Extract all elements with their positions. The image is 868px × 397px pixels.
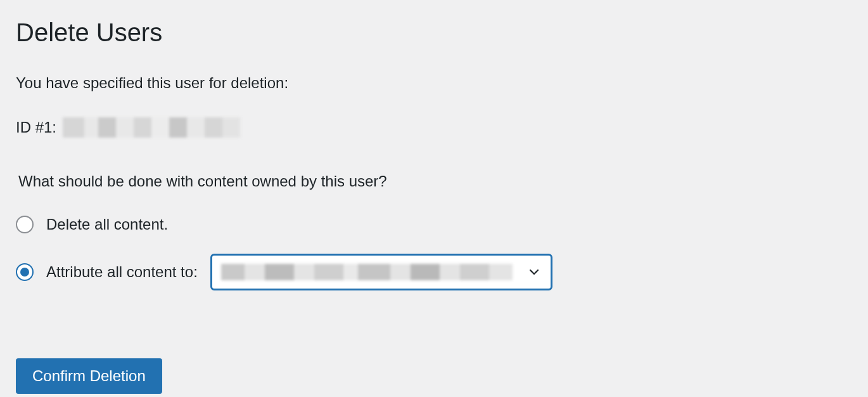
radio-attribute-to[interactable] (16, 263, 34, 281)
label-attribute-to[interactable]: Attribute all content to: (46, 263, 198, 281)
attribute-user-select[interactable] (210, 254, 552, 290)
option-attribute-row: Attribute all content to: (16, 254, 852, 290)
content-question-text: What should be done with content owned b… (18, 172, 852, 190)
page-title: Delete Users (16, 16, 852, 49)
deletion-intro-text: You have specified this user for deletio… (16, 74, 852, 92)
option-delete-all-row: Delete all content. (16, 216, 852, 233)
chevron-down-icon (528, 266, 540, 278)
user-id-line: ID #1: (16, 117, 852, 138)
user-id-prefix: ID #1: (16, 119, 56, 136)
attribute-user-select-value-redacted (221, 264, 513, 280)
confirm-deletion-button[interactable]: Confirm Deletion (16, 358, 162, 394)
user-name-redacted (63, 117, 240, 138)
radio-delete-all[interactable] (16, 216, 34, 233)
label-delete-all[interactable]: Delete all content. (46, 216, 168, 233)
